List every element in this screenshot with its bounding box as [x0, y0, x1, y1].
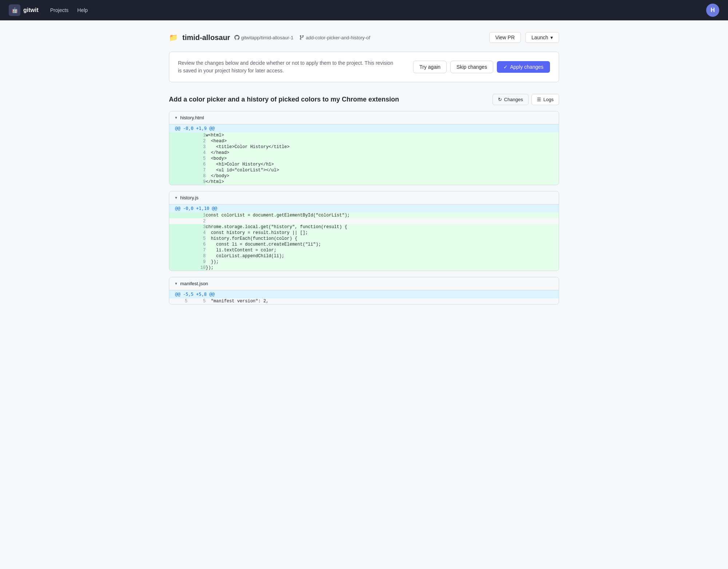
code-cell: </head>	[206, 150, 559, 156]
new-line-num: 6	[187, 162, 206, 167]
new-line-num: 3	[187, 144, 206, 150]
old-line-num	[169, 150, 187, 156]
collapse-icon-js: ▾	[175, 195, 177, 200]
code-cell: });	[206, 259, 559, 265]
filename-manifest-json: manifest.json	[180, 281, 208, 286]
new-line-num: 3	[187, 224, 206, 230]
nav-links: Projects Help	[50, 6, 695, 15]
hunk-info: @@ -0,0 +1,9 @@	[175, 126, 214, 131]
table-row: 6 <h1>Color History</h1>	[169, 162, 559, 167]
code-cell: <title>Color History</title>	[206, 144, 559, 150]
new-line-num: 4	[187, 150, 206, 156]
table-row: 5 5 "manifest version": 2,	[169, 298, 559, 304]
launch-label: Launch	[531, 35, 548, 40]
new-line-num: 5	[187, 156, 206, 162]
folder-icon: 📁	[169, 33, 178, 42]
check-icon: ✓	[503, 64, 508, 70]
review-text: Review the changes below and decide whet…	[178, 59, 396, 75]
github-icon	[234, 35, 240, 40]
view-pr-button[interactable]: View PR	[489, 32, 521, 43]
file-diff-header-history-js[interactable]: ▾ history.js	[169, 191, 559, 204]
changes-tab-label: Changes	[504, 97, 523, 102]
brand-name: gitwit	[23, 7, 39, 13]
code-cell: chrome.storage.local.get("history", func…	[206, 224, 559, 230]
hunk-info-manifest: @@ -5,5 +5,8 @@	[175, 292, 214, 297]
old-line-num	[169, 167, 187, 173]
table-row: 4 const history = result.history || [];	[169, 230, 559, 236]
table-row: 5 history.forEach(function(color) {	[169, 236, 559, 242]
new-line-num: 9	[187, 179, 206, 185]
branch-info: add-color-picker-and-history-of	[299, 35, 370, 40]
table-row: 8 </body>	[169, 173, 559, 179]
table-row: 9 });	[169, 259, 559, 265]
nav-projects[interactable]: Projects	[50, 6, 69, 15]
tab-logs[interactable]: ☰ Logs	[531, 94, 559, 105]
code-cell: history.forEach(function(color) {	[206, 236, 559, 242]
skip-changes-button[interactable]: Skip changes	[450, 61, 493, 73]
code-cell: </body>	[206, 173, 559, 179]
code-cell: <h1>Color History</h1>	[206, 162, 559, 167]
new-line-num: 8	[187, 253, 206, 259]
review-actions: Try again Skip changes ✓ Apply changes	[413, 61, 550, 73]
changes-header: Add a color picker and a history of pick…	[169, 94, 559, 105]
table-row: 3 <title>Color History</title>	[169, 144, 559, 150]
file-diff-header-manifest-json[interactable]: ▾ manifest.json	[169, 277, 559, 290]
table-row: 2 <head>	[169, 138, 559, 144]
tab-changes[interactable]: ↻ Changes	[492, 94, 529, 105]
repo-actions: View PR Launch ▾	[489, 32, 559, 43]
logs-tab-label: Logs	[543, 97, 554, 102]
new-line-num: 4	[187, 230, 206, 236]
brand-icon: 🤖	[9, 4, 20, 16]
table-row: 2	[169, 218, 559, 224]
avatar[interactable]: H	[706, 4, 719, 17]
repo-title-group: 📁 timid-allosaur gitwitapp/timid-allosau…	[169, 33, 370, 42]
code-cell: const history = result.history || [];	[206, 230, 559, 236]
new-line-num: 5	[187, 236, 206, 242]
old-line-num	[169, 236, 187, 242]
changes-icon: ↻	[498, 97, 502, 102]
apply-label: Apply changes	[510, 64, 543, 70]
table-row: 3 chrome.storage.local.get("history", fu…	[169, 224, 559, 230]
launch-button[interactable]: Launch ▾	[525, 32, 559, 43]
try-again-button[interactable]: Try again	[413, 61, 447, 73]
old-line-num	[169, 162, 187, 167]
old-line-num	[169, 132, 187, 138]
new-line-num: 1	[187, 132, 206, 138]
new-line-num: 2	[187, 218, 206, 224]
code-cell	[206, 218, 559, 224]
table-row: 1 const colorList = document.getElementB…	[169, 212, 559, 218]
table-row: 7 li.textContent = color;	[169, 247, 559, 253]
new-line-num: 7	[187, 167, 206, 173]
chevron-down-icon: ▾	[550, 35, 553, 40]
hunk-header-manifest-json: @@ -5,5 +5,8 @@	[169, 290, 559, 298]
code-cell: colorList.appendChild(li);	[206, 253, 559, 259]
table-row: 5 <body>	[169, 156, 559, 162]
filename-history-html: history.html	[180, 115, 204, 120]
table-row: 10 });	[169, 265, 559, 271]
code-cell: </html>	[206, 179, 559, 185]
main-content: 📁 timid-allosaur gitwitapp/timid-allosau…	[160, 20, 568, 325]
changes-section: Add a color picker and a history of pick…	[169, 94, 559, 305]
code-cell: "manifest version": 2,	[206, 298, 559, 304]
code-cell: const li = document.createElement("li");	[206, 242, 559, 247]
github-link[interactable]: gitwitapp/timid-allosaur-1	[234, 35, 293, 40]
new-line-num: 5	[187, 298, 206, 304]
old-line-num	[169, 230, 187, 236]
new-line-num: 1	[187, 212, 206, 218]
collapse-icon-manifest: ▾	[175, 281, 177, 286]
filename-history-js: history.js	[180, 195, 198, 200]
file-diff-history-html: ▾ history.html @@ -0,0 +1,9 @@ 1 w<html>…	[169, 111, 559, 185]
code-cell: w<html>	[206, 132, 559, 138]
old-line-num	[169, 259, 187, 265]
old-line-num	[169, 179, 187, 185]
file-diff-header-history-html[interactable]: ▾ history.html	[169, 111, 559, 124]
hunk-header-history-js: @@ -0,0 +1,10 @@	[169, 204, 559, 212]
file-diff-manifest-json: ▾ manifest.json @@ -5,5 +5,8 @@ 5 5 "man…	[169, 277, 559, 305]
apply-changes-button[interactable]: ✓ Apply changes	[497, 61, 550, 73]
nav-help[interactable]: Help	[77, 6, 88, 15]
new-line-num: 9	[187, 259, 206, 265]
table-row: 4 </head>	[169, 150, 559, 156]
old-line-num	[169, 144, 187, 150]
changes-title: Add a color picker and a history of pick…	[169, 96, 399, 103]
brand-logo[interactable]: 🤖 gitwit	[9, 4, 39, 16]
